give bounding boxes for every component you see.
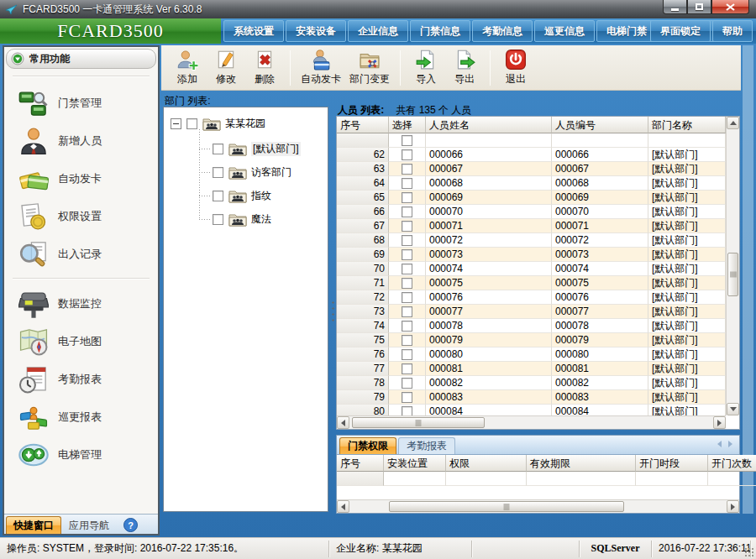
row-checkbox[interactable] — [402, 335, 412, 346]
row-checkbox[interactable] — [402, 235, 412, 246]
tree-expand-box[interactable] — [171, 118, 181, 129]
horizontal-scrollbar[interactable] — [337, 415, 726, 429]
tree-checkbox[interactable] — [186, 118, 197, 129]
toolbar-export-button[interactable]: 导出 — [445, 47, 484, 89]
row-select-cell[interactable] — [389, 390, 426, 405]
scroll-down-button[interactable] — [727, 403, 739, 415]
resize-grip[interactable] — [744, 547, 754, 557]
splitter-handle[interactable] — [329, 107, 336, 512]
toolbar-dept-change-button[interactable]: 部门变更 — [345, 47, 394, 89]
detail-column-header-2[interactable]: 安装位置 — [384, 455, 446, 472]
menu-item-4[interactable]: 门禁信息 — [410, 20, 470, 42]
tree-node-1[interactable]: [默认部门] — [213, 139, 301, 158]
row-checkbox[interactable] — [402, 349, 412, 360]
row-checkbox[interactable] — [402, 264, 412, 274]
detail-scroll-right-button[interactable] — [727, 500, 739, 513]
menu-item-1[interactable]: 系统设置 — [223, 20, 284, 42]
column-header-2[interactable]: 选择 — [389, 117, 426, 133]
row-select-cell[interactable] — [389, 248, 426, 262]
column-header-1[interactable]: 序号 — [337, 117, 389, 133]
detail-tab-2[interactable]: 考勤报表 — [398, 437, 455, 454]
row-checkbox[interactable] — [402, 192, 412, 203]
detail-tab-1[interactable]: 门禁权限 — [339, 437, 396, 454]
detail-column-header-6[interactable]: 开门次数 — [708, 455, 756, 472]
row-select-cell[interactable] — [389, 362, 426, 376]
filter-cell[interactable] — [389, 133, 426, 148]
row-checkbox[interactable] — [402, 378, 412, 389]
row-select-cell[interactable] — [389, 333, 426, 347]
row-checkbox[interactable] — [402, 221, 412, 232]
tree-node-4[interactable]: 魔法 — [213, 210, 271, 228]
tree-checkbox[interactable] — [213, 214, 223, 225]
row-checkbox[interactable] — [402, 306, 412, 317]
sidebar-item-2[interactable]: 新增人员 — [4, 122, 158, 159]
toolbar-import-button[interactable]: 导入 — [407, 47, 445, 89]
row-select-cell[interactable] — [389, 347, 426, 362]
tree-node-root[interactable]: 某某花园 — [171, 114, 265, 133]
vscroll-thumb[interactable] — [727, 253, 738, 296]
scroll-up-button[interactable] — [727, 117, 739, 129]
toolbar-delete-button[interactable]: 删除 — [245, 47, 284, 89]
sidebar-item-5[interactable]: 出入记录 — [4, 235, 158, 273]
toolbar-exit-button[interactable]: 退出 — [496, 47, 535, 89]
row-select-cell[interactable] — [389, 405, 426, 415]
tab-scroll-arrows[interactable] — [717, 441, 732, 447]
collapse-icon[interactable] — [11, 52, 24, 65]
row-select-cell[interactable] — [389, 148, 426, 162]
menu-item-7[interactable]: 电梯门禁 — [596, 20, 657, 42]
row-select-cell[interactable] — [389, 162, 426, 176]
row-select-cell[interactable] — [389, 305, 426, 319]
row-checkbox[interactable] — [402, 406, 412, 416]
row-checkbox[interactable] — [402, 278, 412, 289]
sidebar-item-9[interactable]: 巡更报表 — [4, 398, 158, 436]
minimize-button[interactable] — [663, 0, 687, 14]
scroll-left-button[interactable] — [337, 416, 349, 429]
scroll-right-button[interactable] — [713, 416, 726, 429]
row-select-cell[interactable] — [389, 233, 426, 248]
help-icon[interactable]: ? — [123, 518, 138, 532]
toolbar-edit-button[interactable]: 修改 — [207, 47, 245, 89]
tree-checkbox[interactable] — [213, 167, 223, 178]
detail-column-header-1[interactable]: 序号 — [337, 455, 384, 472]
row-checkbox[interactable] — [402, 363, 412, 374]
vertical-scrollbar[interactable] — [726, 117, 739, 415]
tree-node-3[interactable]: 指纹 — [213, 186, 271, 205]
sidebar-item-7[interactable]: 电子地图 — [4, 322, 158, 360]
row-select-cell[interactable] — [389, 290, 426, 305]
menu-item-right-1[interactable]: 界面锁定 — [650, 20, 711, 42]
row-checkbox[interactable] — [402, 206, 412, 217]
select-all-checkbox[interactable] — [402, 135, 412, 146]
tree-node-2[interactable]: 访客部门 — [213, 163, 291, 181]
row-select-cell[interactable] — [389, 376, 426, 390]
row-checkbox[interactable] — [402, 249, 412, 260]
menu-item-5[interactable]: 考勤信息 — [472, 20, 533, 42]
detail-horizontal-scrollbar[interactable] — [337, 499, 739, 513]
row-checkbox[interactable] — [402, 164, 412, 175]
menu-item-3[interactable]: 企业信息 — [348, 20, 408, 42]
row-checkbox[interactable] — [402, 292, 412, 303]
column-header-4[interactable]: 人员编号 — [552, 117, 648, 133]
sidebar-header[interactable]: 常用功能 — [6, 49, 156, 69]
detail-hscroll-thumb[interactable] — [389, 501, 624, 512]
toolbar-add-button[interactable]: 添加 — [168, 47, 207, 89]
detail-column-header-5[interactable]: 开门时段 — [636, 455, 708, 472]
row-checkbox[interactable] — [402, 178, 412, 189]
row-select-cell[interactable] — [389, 276, 426, 290]
sidebar-tab-2[interactable]: 应用导航 — [61, 516, 117, 534]
tree-checkbox[interactable] — [213, 191, 223, 201]
row-checkbox[interactable] — [402, 321, 412, 332]
row-checkbox[interactable] — [402, 392, 412, 403]
sidebar-item-1[interactable]: 门禁管理 — [4, 84, 158, 122]
detail-column-header-4[interactable]: 有效期限 — [527, 455, 636, 472]
column-header-3[interactable]: 人员姓名 — [426, 117, 552, 133]
tree-checkbox[interactable] — [213, 144, 223, 154]
row-select-cell[interactable] — [389, 205, 426, 219]
row-select-cell[interactable] — [389, 191, 426, 205]
maximize-button[interactable] — [687, 0, 711, 14]
detail-scroll-left-button[interactable] — [337, 500, 349, 513]
sidebar-item-4[interactable]: 权限设置 — [4, 197, 158, 235]
menu-item-6[interactable]: 巡更信息 — [534, 20, 595, 42]
row-select-cell[interactable] — [389, 319, 426, 333]
row-select-cell[interactable] — [389, 262, 426, 276]
menu-item-right-2[interactable]: 帮助 — [712, 20, 753, 42]
